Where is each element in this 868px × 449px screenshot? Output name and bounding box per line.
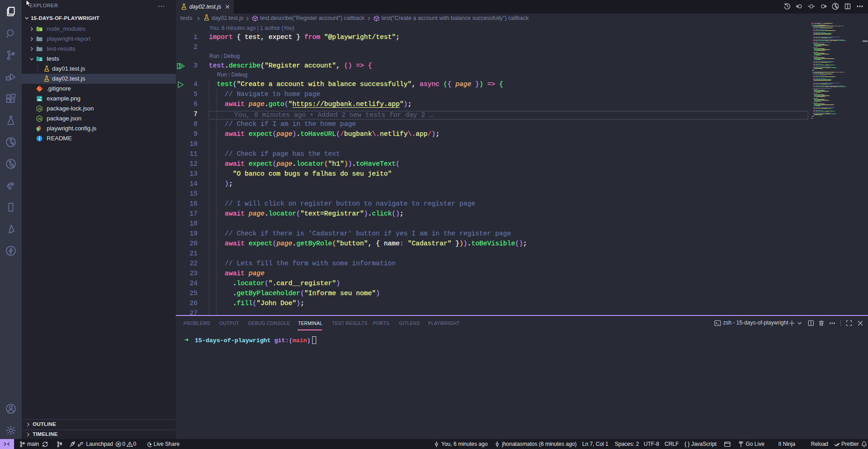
svg-text:JS: JS [38,117,42,120]
svg-text:JS: JS [38,107,42,110]
